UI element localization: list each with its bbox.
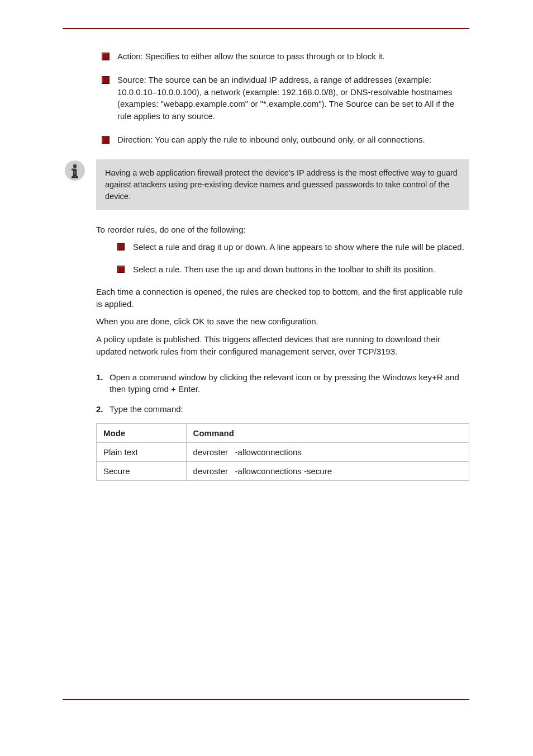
reorder-intro: To reorder rules, do one of the followin… xyxy=(96,224,469,236)
info-icon xyxy=(64,159,86,182)
cell-mode-secure: Secure xyxy=(97,461,187,480)
note-text: Having a web application firewall protec… xyxy=(96,159,469,210)
bullet-action-lead: Action: xyxy=(117,51,143,61)
bullet-direction: Direction: You can apply the rule to inb… xyxy=(96,134,469,146)
top-divider xyxy=(63,28,469,29)
reorder-buttons: Select a rule. Then use the up and down … xyxy=(114,263,469,276)
save-instruction: When you are done, click OK to save the … xyxy=(96,315,469,328)
bullet-source-text: The source can be an individual IP addre… xyxy=(117,75,454,121)
note-callout: Having a web application firewall protec… xyxy=(64,159,469,210)
th-command: Command xyxy=(186,423,469,442)
content-area: Action: Specifies to either allow the so… xyxy=(96,50,469,481)
rule-order-explain: Each time a connection is opened, the ru… xyxy=(96,286,469,310)
cell-cmd-plain: devroster -allowconnections xyxy=(186,442,469,461)
svg-point-1 xyxy=(73,164,77,167)
step-1: Open a command window by clicking the re… xyxy=(96,371,469,396)
bullet-direction-lead: Direction: xyxy=(117,135,153,144)
svg-rect-4 xyxy=(72,168,76,170)
reorder-bullet-list: Select a rule and drag it up or down. A … xyxy=(114,241,469,276)
step-2: Type the command: xyxy=(96,403,469,415)
bottom-divider xyxy=(63,699,469,700)
cell-cmd-secure: devroster -allowconnections -secure xyxy=(186,461,469,480)
command-table: Mode Command Plain text devroster -allow… xyxy=(96,423,469,481)
svg-rect-3 xyxy=(72,176,78,178)
table-row: Plain text devroster -allowconnections xyxy=(97,442,469,461)
top-bullet-list: Action: Specifies to either allow the so… xyxy=(96,50,469,146)
reorder-drag: Select a rule and drag it up or down. A … xyxy=(114,241,469,253)
bullet-direction-text: You can apply the rule to inbound only, … xyxy=(153,135,425,144)
page: Action: Specifies to either allow the so… xyxy=(0,0,533,756)
bullet-action: Action: Specifies to either allow the so… xyxy=(96,50,469,63)
bullet-action-text: Specifies to either allow the source to … xyxy=(143,51,385,61)
bullet-source-lead: Source: xyxy=(117,75,146,84)
table-header-row: Mode Command xyxy=(97,423,469,442)
policy-update-explain: A policy update is published. This trigg… xyxy=(96,333,469,358)
th-mode: Mode xyxy=(97,423,187,442)
bullet-source: Source: The source can be an individual … xyxy=(96,74,469,122)
cell-mode-plain: Plain text xyxy=(97,442,187,461)
spacer xyxy=(96,363,469,371)
table-row: Secure devroster -allowconnections -secu… xyxy=(97,461,469,480)
